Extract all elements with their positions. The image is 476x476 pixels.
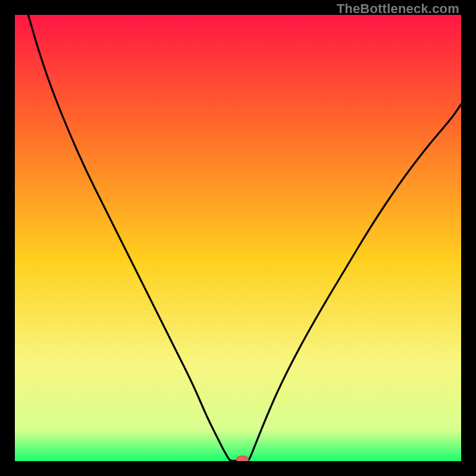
plot-area bbox=[15, 15, 461, 461]
plot-background bbox=[15, 15, 461, 461]
plot-svg bbox=[15, 15, 461, 461]
minimum-marker bbox=[237, 456, 249, 461]
chart-frame: TheBottleneck.com bbox=[0, 0, 476, 476]
